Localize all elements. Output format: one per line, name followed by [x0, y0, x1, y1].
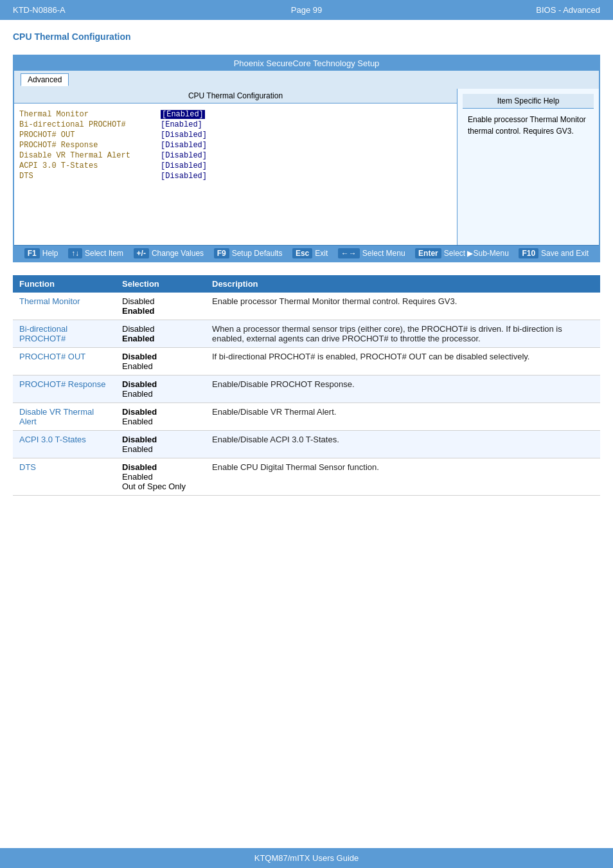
page-header: KTD-N0886-A Page 99 BIOS - Advanced — [0, 0, 613, 20]
table-cell-description: Enable/Disable VR Thermal Alert. — [206, 403, 600, 431]
selection-option: Enabled — [122, 334, 199, 343]
table-cell-description: When a processor thermal sensor trips (e… — [206, 320, 600, 348]
bios-footer-label: Save and Exit — [541, 249, 589, 258]
table-cell-description: Enable/Disable PROCHOT Response. — [206, 375, 600, 403]
bios-footer-item: F9Setup Defaults — [214, 248, 283, 258]
selection-option: Enabled — [122, 444, 199, 454]
selection-option: Disabled — [122, 296, 199, 306]
table-row: ACPI 3.0 T-StatesDisabledEnabledEnable/D… — [13, 431, 600, 458]
table-row: Disable VR Thermal AlertDisabledEnabledE… — [13, 403, 600, 431]
reference-table-wrapper: Function Selection Description Thermal M… — [13, 275, 600, 496]
selection-option: Disabled — [122, 352, 199, 361]
col-function: Function — [13, 275, 116, 293]
bios-item[interactable]: Disable VR Thermal Alert[Disabled] — [19, 151, 452, 160]
table-cell-selection: DisabledEnabledOut of Spec Only — [116, 458, 206, 496]
bios-item[interactable]: PROCHOT# Response[Disabled] — [19, 141, 452, 150]
bios-footer-item: F10Save and Exit — [519, 248, 589, 258]
table-cell-description: Enable CPU Digital Thermal Sensor functi… — [206, 458, 600, 496]
selection-option: Disabled — [122, 462, 199, 472]
bios-item-value: [Disabled] — [161, 141, 207, 150]
footer-label: KTQM87/mITX Users Guide — [254, 853, 359, 863]
table-cell-function: Bi-directional PROCHOT# — [13, 320, 116, 348]
selection-option: Enabled — [122, 389, 199, 399]
table-cell-selection: DisabledEnabled — [116, 293, 206, 320]
bios-item-value: [Disabled] — [161, 151, 207, 160]
bios-footer-key: F1 — [24, 248, 40, 258]
bios-item-value: [Enabled] — [161, 110, 205, 119]
table-row: DTSDisabledEnabledOut of Spec OnlyEnable… — [13, 458, 600, 496]
selection-option: Enabled — [122, 361, 199, 371]
selection-option: Disabled — [122, 407, 199, 417]
bios-footer-key: ←→ — [338, 248, 360, 258]
bios-footer-item: F1Help — [24, 248, 58, 258]
bios-item-value: [Disabled] — [161, 131, 207, 140]
bios-tabs: Advanced — [14, 71, 599, 89]
bios-item-label: PROCHOT# OUT — [19, 131, 161, 140]
bios-footer-key: +/- — [134, 248, 149, 258]
table-row: PROCHOT# OUTDisabledEnabledIf bi-directi… — [13, 348, 600, 375]
bios-item-value: [Disabled] — [161, 161, 207, 170]
table-row: Thermal MonitorDisabledEnabledEnable pro… — [13, 293, 600, 320]
bios-item[interactable]: Thermal Monitor[Enabled] — [19, 110, 452, 119]
bios-help-header: Item Specific Help — [463, 94, 594, 109]
bios-item-label: Thermal Monitor — [19, 110, 161, 119]
table-cell-selection: DisabledEnabled — [116, 403, 206, 431]
bios-item-label: DTS — [19, 172, 161, 181]
bios-tab-advanced[interactable]: Advanced — [21, 73, 69, 86]
bios-item-label: Disable VR Thermal Alert — [19, 151, 161, 160]
bios-footer-label: Change Values — [152, 249, 204, 258]
bios-section-header: CPU Thermal Configuration — [14, 89, 457, 104]
table-row: Bi-directional PROCHOT#DisabledEnabledWh… — [13, 320, 600, 348]
bios-items-list: Thermal Monitor[Enabled]Bi-directional P… — [14, 104, 457, 245]
bios-footer-label: Select ▶Sub-Menu — [444, 249, 509, 258]
selection-option: Disabled — [122, 324, 199, 334]
bios-main-panel: CPU Thermal Configuration Thermal Monito… — [14, 89, 458, 245]
bios-item[interactable]: DTS[Disabled] — [19, 172, 452, 181]
selection-option: Enabled — [122, 417, 199, 426]
bios-footer-key: Enter — [415, 248, 441, 258]
header-model: KTD-N0886-A — [13, 5, 209, 15]
bios-footer-key: F10 — [519, 248, 538, 258]
bios-item[interactable]: Bi-directional PROCHOT#[Enabled] — [19, 120, 452, 129]
col-selection: Selection — [116, 275, 206, 293]
reference-table: Function Selection Description Thermal M… — [13, 275, 600, 496]
table-cell-function: Disable VR Thermal Alert — [13, 403, 116, 431]
bios-footer-item: +/-Change Values — [134, 248, 204, 258]
bios-footer-label: Select Item — [85, 249, 123, 258]
table-cell-function: ACPI 3.0 T-States — [13, 431, 116, 458]
table-body: Thermal MonitorDisabledEnabledEnable pro… — [13, 293, 600, 496]
bios-footer-key: ↑↓ — [68, 248, 82, 258]
table-cell-selection: DisabledEnabled — [116, 431, 206, 458]
table-cell-selection: DisabledEnabled — [116, 320, 206, 348]
selection-option: Enabled — [122, 472, 199, 482]
table-cell-selection: DisabledEnabled — [116, 375, 206, 403]
bios-content: CPU Thermal Configuration Thermal Monito… — [14, 89, 599, 245]
bios-footer: F1Help↑↓Select Item+/-Change ValuesF9Set… — [14, 245, 599, 261]
table-cell-description: Enable processor Thermal Monitor thermal… — [206, 293, 600, 320]
header-page: Page 99 — [209, 5, 405, 15]
bios-footer-label: Select Menu — [362, 249, 405, 258]
table-cell-description: Enable/Disable ACPI 3.0 T-States. — [206, 431, 600, 458]
bios-footer-key: F9 — [214, 248, 229, 258]
bios-help-panel: Item Specific Help Enable processor Ther… — [458, 89, 599, 245]
bios-footer-label: Help — [42, 249, 58, 258]
selection-option: Disabled — [122, 435, 199, 444]
bios-item[interactable]: ACPI 3.0 T-States[Disabled] — [19, 161, 452, 170]
bios-item-value: [Disabled] — [161, 172, 207, 181]
bios-item-label: ACPI 3.0 T-States — [19, 161, 161, 170]
bios-footer-key: Esc — [292, 248, 312, 258]
bios-item[interactable]: PROCHOT# OUT[Disabled] — [19, 131, 452, 140]
selection-option: Enabled — [122, 306, 199, 316]
table-cell-function: PROCHOT# OUT — [13, 348, 116, 375]
table-cell-function: Thermal Monitor — [13, 293, 116, 320]
header-section: BIOS - Advanced — [404, 5, 600, 15]
bios-item-label: PROCHOT# Response — [19, 141, 161, 150]
table-cell-description: If bi-directional PROCHOT# is enabled, P… — [206, 348, 600, 375]
bios-footer-label: Exit — [315, 249, 328, 258]
bios-help-content: Enable processor Thermal Monitor thermal… — [463, 109, 594, 142]
page-title-section: CPU Thermal Configuration — [0, 20, 613, 48]
bios-footer-item: EnterSelect ▶Sub-Menu — [415, 248, 509, 258]
table-row: PROCHOT# ResponseDisabledEnabledEnable/D… — [13, 375, 600, 403]
bios-footer-item: EscExit — [292, 248, 328, 258]
bios-item-label: Bi-directional PROCHOT# — [19, 120, 161, 129]
